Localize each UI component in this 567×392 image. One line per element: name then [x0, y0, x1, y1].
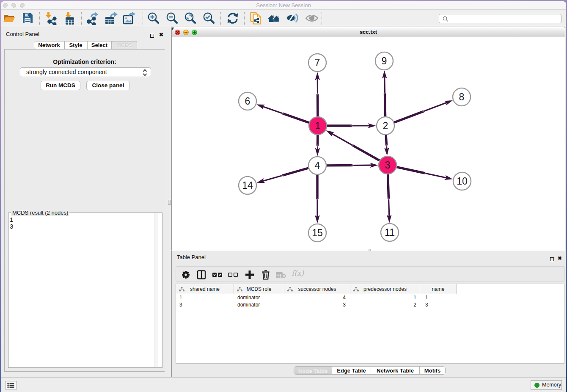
column-header-MCDS-role[interactable]: MCDS role [234, 284, 284, 294]
refresh-icon[interactable] [226, 11, 239, 25]
edge-1-7[interactable] [315, 72, 320, 116]
edge-2-8[interactable] [394, 100, 453, 122]
tab-node-table[interactable]: Node Table [294, 367, 332, 374]
network-window-title: scc.txt [172, 27, 565, 37]
frame-corner-grip-icon [172, 28, 174, 30]
table-row[interactable]: 3dominator323 [176, 301, 564, 309]
select-all-icon[interactable] [212, 270, 222, 280]
svg-text:14: 14 [242, 180, 253, 191]
tree-icon [353, 287, 359, 292]
result-scrollbar[interactable] [154, 213, 158, 367]
criterion-select[interactable]: strongly connected component [20, 67, 151, 77]
graph-node-6[interactable]: 6 [239, 92, 256, 110]
edge-1-6[interactable] [256, 104, 309, 122]
first-neighbors-icon[interactable] [267, 11, 281, 25]
open-file-icon[interactable] [3, 11, 16, 25]
graph-node-7[interactable]: 7 [308, 54, 326, 72]
save-session-icon[interactable] [21, 11, 34, 25]
main-toolbar [1, 10, 566, 26]
zoom-selected-icon[interactable] [202, 11, 216, 25]
graph-node-4[interactable]: 4 [308, 157, 326, 174]
criterion-value: strongly connected component [26, 69, 107, 75]
delete-icon[interactable] [261, 270, 271, 280]
mcds-panel: Optimization criterion: strongly connect… [4, 49, 165, 372]
control-panel-tabs: NetworkStyleSelectMCDS [1, 41, 165, 49]
network-window-titlebar[interactable]: scc.txt [172, 27, 565, 37]
panel-splitter[interactable] [165, 26, 171, 377]
add-icon[interactable] [245, 270, 255, 280]
tab-motifs[interactable]: Motifs [420, 367, 445, 374]
delete-table-icon[interactable] [275, 270, 286, 280]
column-header-shared-name[interactable]: shared name [176, 284, 234, 294]
split-panel-icon[interactable] [196, 270, 206, 280]
graph-node-1[interactable]: 1 [309, 117, 327, 135]
edge-1-4[interactable] [315, 135, 320, 156]
tab-edge-table[interactable]: Edge Table [332, 367, 371, 374]
edge-3-10[interactable] [397, 167, 453, 180]
export-network-icon[interactable] [85, 11, 99, 25]
edge-2-3[interactable] [384, 135, 389, 156]
import-table-icon[interactable] [63, 11, 77, 25]
duplicate-network-icon[interactable] [249, 11, 263, 25]
edge-3-1[interactable] [326, 130, 380, 160]
run-mcds-button[interactable]: Run MCDS [41, 81, 80, 90]
tree-icon [179, 287, 184, 292]
tab-network-table[interactable]: Network Table [371, 367, 420, 374]
edge-3-11[interactable] [387, 174, 392, 223]
task-list-icon [7, 382, 15, 388]
close-table-panel-icon[interactable]: ✖ [558, 254, 562, 262]
float-table-panel-icon[interactable] [550, 255, 554, 263]
toolbar-separator [81, 12, 82, 25]
gear-icon[interactable] [181, 270, 191, 280]
search-icon [443, 16, 449, 22]
function-builder-icon[interactable]: f(x) [292, 269, 302, 279]
export-table-icon[interactable] [104, 11, 118, 25]
toolbar-separator [322, 12, 322, 25]
column-header-successor-nodes[interactable]: successor nodes [284, 284, 350, 294]
edge-2-9[interactable] [382, 70, 387, 116]
graph-node-9[interactable]: 9 [375, 52, 393, 70]
table-tabs: Node TableEdge TableNetwork TableMotifs [294, 366, 446, 375]
tab-select[interactable]: Select [87, 41, 112, 49]
graph-node-15[interactable]: 15 [308, 224, 326, 242]
graph-node-14[interactable]: 14 [239, 177, 256, 194]
table-cell: 1 [350, 294, 420, 301]
network-canvas[interactable]: 1234678910111415 [172, 37, 565, 251]
svg-text:3: 3 [385, 160, 391, 171]
edge-4-15[interactable] [315, 175, 320, 224]
graph-node-8[interactable]: 8 [453, 88, 471, 106]
task-history-button[interactable] [5, 381, 17, 389]
zoom-out-icon[interactable] [165, 11, 179, 25]
graph-node-2[interactable]: 2 [377, 117, 394, 135]
deselect-all-icon[interactable] [228, 270, 238, 280]
zoom-in-icon[interactable] [147, 11, 160, 25]
table-row[interactable]: 1dominator411 [176, 294, 564, 301]
column-header-name[interactable]: name [420, 284, 457, 294]
tab-mcds[interactable]: MCDS [112, 41, 137, 50]
show-details-icon[interactable] [305, 11, 319, 25]
search-input[interactable] [450, 15, 558, 23]
mcds-result-list[interactable]: 13 [9, 213, 162, 367]
export-image-icon[interactable] [122, 11, 136, 25]
table-body: 1dominator4113dominator323 [176, 294, 564, 309]
status-bar: Memory [1, 377, 566, 392]
graph-node-10[interactable]: 10 [453, 172, 471, 190]
zoom-fit-icon[interactable] [184, 11, 197, 25]
edge-4-3[interactable] [327, 163, 378, 168]
close-panel-button[interactable]: Close panel [86, 81, 130, 90]
edge-1-2[interactable] [327, 123, 376, 128]
close-panel-icon[interactable]: ✖ [159, 30, 163, 38]
tab-network[interactable]: Network [34, 41, 64, 49]
graph-node-3[interactable]: 3 [379, 156, 396, 174]
column-header-predecessor-nodes[interactable]: predecessor nodes [350, 284, 420, 294]
hide-details-icon[interactable] [286, 11, 299, 25]
graph-node-11[interactable]: 11 [381, 224, 399, 241]
tab-style[interactable]: Style [64, 41, 87, 49]
float-panel-icon[interactable] [150, 32, 154, 39]
splitter-grip[interactable] [168, 200, 171, 205]
mcds-result-title: MCDS result (2 nodes) [11, 210, 69, 216]
toolbar-separator [244, 12, 245, 25]
import-network-icon[interactable] [44, 11, 58, 25]
edge-4-14[interactable] [257, 168, 308, 183]
memory-button[interactable]: Memory [531, 380, 562, 390]
